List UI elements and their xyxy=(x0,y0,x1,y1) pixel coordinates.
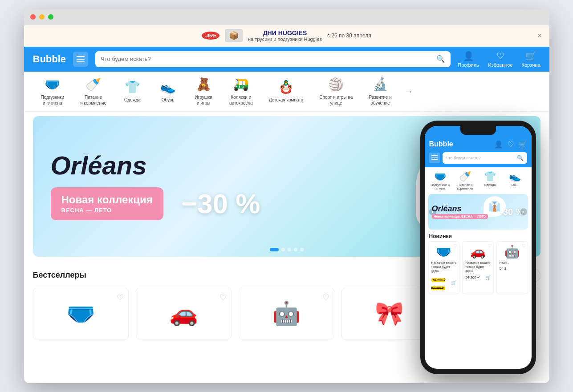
phone-cart-icon-2[interactable]: 🛒 xyxy=(485,275,491,280)
strollers-label: Коляски иавтокресла xyxy=(229,94,253,106)
phone-product-1[interactable]: ♡ 🩲 Название вашего товара будет здесь 5… xyxy=(428,241,460,294)
phone-header-icons: 👤 ♡ 🛒 xyxy=(494,140,527,149)
phone-favorites-icon[interactable]: ♡ xyxy=(508,140,514,149)
browser-window: -45% 📦 ДНИ HUGGIES на трусики и подгузни… xyxy=(24,9,549,383)
maximize-dot[interactable] xyxy=(48,14,53,20)
search-input[interactable] xyxy=(101,56,436,62)
promo-close-button[interactable]: × xyxy=(537,31,542,40)
category-feeding[interactable]: 🍼 Питаниеи кормление xyxy=(72,77,114,106)
phone-hero-next[interactable]: › xyxy=(520,208,527,215)
category-strollers[interactable]: 🛺 Коляски иавтокресла xyxy=(221,77,261,106)
phone-logo: Bubble xyxy=(429,140,453,148)
phone-product-name-2: Название вашего товара будет здесь xyxy=(465,261,491,273)
hamburger-line-3 xyxy=(77,61,85,62)
search-bar[interactable]: 🔍 xyxy=(95,51,451,67)
category-sports[interactable]: 🏐 Спорт и игры наулице xyxy=(311,77,361,106)
product-card-2[interactable]: ♡ 🚗 xyxy=(136,288,232,339)
phone-search-input[interactable]: Что будем искать? 🔍 xyxy=(443,152,527,164)
search-button[interactable]: 🔍 xyxy=(436,55,445,63)
hamburger-menu-button[interactable] xyxy=(73,52,88,67)
phone-hamburger[interactable] xyxy=(429,153,440,163)
product-card-3[interactable]: ♡ 🤖 xyxy=(239,288,334,339)
phone-cart-icon[interactable]: 🛒 xyxy=(518,140,527,149)
hero-dot-3[interactable] xyxy=(288,248,291,251)
phone-frame: Bubble 👤 ♡ 🛒 Что будем искат xyxy=(420,121,536,374)
phone-search-icon: 🔍 xyxy=(517,155,524,161)
phone-product-price-1: 54 200 ₽54 200 ₽ 🛒 xyxy=(431,275,457,291)
phone-new-items-title: Новинки xyxy=(425,230,532,241)
phone-cat-shoes-label: Об... xyxy=(512,183,518,187)
favorites-label: Избранное xyxy=(488,62,513,68)
hero-dot-2[interactable] xyxy=(281,248,285,251)
phone-cat-diapers[interactable]: 🩲 Подгузники игигиена xyxy=(429,171,451,191)
profile-button[interactable]: 👤 Профиль xyxy=(458,51,479,68)
phone-heart-1[interactable]: ♡ xyxy=(453,243,457,248)
shoes-label: Обувь xyxy=(162,97,175,103)
minimize-dot[interactable] xyxy=(39,14,45,20)
phone-screen: Bubble 👤 ♡ 🛒 Что будем искат xyxy=(425,126,532,369)
strollers-icon: 🛺 xyxy=(233,77,249,92)
product-image-1: 🩲 xyxy=(39,294,123,334)
favorites-button[interactable]: ♡ Избранное xyxy=(488,51,513,68)
bestsellers-title: Бестселлеры xyxy=(33,271,86,280)
clothes-icon: 👕 xyxy=(125,80,140,94)
phone-product-price-3: 54 2 xyxy=(500,267,525,271)
phone-price-badge-1: 54 200 ₽54 200 ₽ xyxy=(431,278,445,290)
phone-cat-shoes-icon: 👟 xyxy=(509,171,521,182)
phone-hamburger-line-1 xyxy=(431,155,438,156)
close-dot[interactable] xyxy=(30,14,36,20)
category-clothes[interactable]: 👕 Одежда xyxy=(114,80,150,103)
product-image-4: 🎀 xyxy=(347,294,431,334)
education-icon: 🔬 xyxy=(373,77,388,92)
phone-product-name-1: Название вашего товара будет здесь xyxy=(431,261,457,273)
hero-dot-1[interactable] xyxy=(270,248,279,251)
cart-button[interactable]: 🛒 Корзина xyxy=(522,51,540,68)
phone-price-normal-3: 54 2 xyxy=(500,267,507,271)
hero-dot-4[interactable] xyxy=(294,248,297,251)
phone-cat-clothes[interactable]: 👕 Одежда xyxy=(479,171,501,191)
phone-cat-shoes[interactable]: 👟 Об... xyxy=(504,171,526,191)
hero-dot-5[interactable] xyxy=(300,248,304,251)
phone-product-img-2: 🚗 xyxy=(465,244,491,259)
phone-cat-feeding-label: Питание икормление xyxy=(457,183,473,191)
phone-cat-clothes-icon: 👕 xyxy=(484,171,496,182)
categories-more-button[interactable]: → xyxy=(400,86,418,97)
phone-cart-icon-1[interactable]: 🛒 xyxy=(451,280,456,285)
phone-profile-icon[interactable]: 👤 xyxy=(494,140,503,149)
promo-discount-badge: -45% xyxy=(202,32,219,40)
phone-product-3[interactable]: ♡ 🤖 Назн... 54 2 xyxy=(496,241,528,294)
phone-notch xyxy=(460,126,496,135)
sports-label: Спорт и игры наулице xyxy=(319,94,353,106)
category-toys[interactable]: 🧸 Игрушкии игры xyxy=(186,77,221,106)
phone-hero-banner: Orléans Новая коллекция ВЕСНА — ЛЕТО 👔 -… xyxy=(428,194,528,230)
category-room[interactable]: 🪆 Детская комната xyxy=(261,80,312,103)
product-card-1[interactable]: ♡ 🩲 xyxy=(33,288,129,339)
hamburger-line-2 xyxy=(77,59,85,60)
header-actions: 👤 Профиль ♡ Избранное 🛒 Корзина xyxy=(458,51,540,68)
toys-icon: 🧸 xyxy=(196,77,211,92)
category-education[interactable]: 🔬 Развитие иобучение xyxy=(361,77,399,106)
phone-product-img-3: 🤖 xyxy=(500,244,525,259)
category-diapers[interactable]: 🩲 Подгузникии гигиена xyxy=(33,77,73,106)
clothes-label: Одежда xyxy=(124,97,141,103)
product-image-3: 🤖 xyxy=(244,294,329,334)
sports-icon: 🏐 xyxy=(328,77,344,92)
category-shoes[interactable]: 👟 Обувь xyxy=(150,80,186,103)
promo-title: ДНИ HUGGIES xyxy=(248,29,322,36)
site-logo: Bubble xyxy=(33,53,66,65)
phone-heart-3[interactable]: ♡ xyxy=(522,243,526,248)
product-heart-3[interactable]: ♡ xyxy=(322,293,329,303)
promo-dates: с 26 по 30 апреля xyxy=(327,32,371,39)
product-heart-2[interactable]: ♡ xyxy=(219,293,227,303)
phone-product-2[interactable]: ♡ 🚗 Название вашего товара будет здесь 5… xyxy=(462,241,494,294)
phone-products-row: ♡ 🩲 Название вашего товара будет здесь 5… xyxy=(425,241,532,294)
mobile-phone: Bubble 👤 ♡ 🛒 Что будем искат xyxy=(420,121,536,379)
phone-hero-brand: Orléans xyxy=(432,205,488,213)
phone-product-name-3: Назн... xyxy=(500,261,525,265)
phone-heart-2[interactable]: ♡ xyxy=(488,243,492,248)
phone-cat-feeding-icon: 🍼 xyxy=(459,171,471,182)
phone-cat-feeding[interactable]: 🍼 Питание икормление xyxy=(454,171,476,191)
cart-label: Корзина xyxy=(522,62,540,68)
product-heart-1[interactable]: ♡ xyxy=(117,293,124,303)
cart-icon: 🛒 xyxy=(525,51,536,61)
